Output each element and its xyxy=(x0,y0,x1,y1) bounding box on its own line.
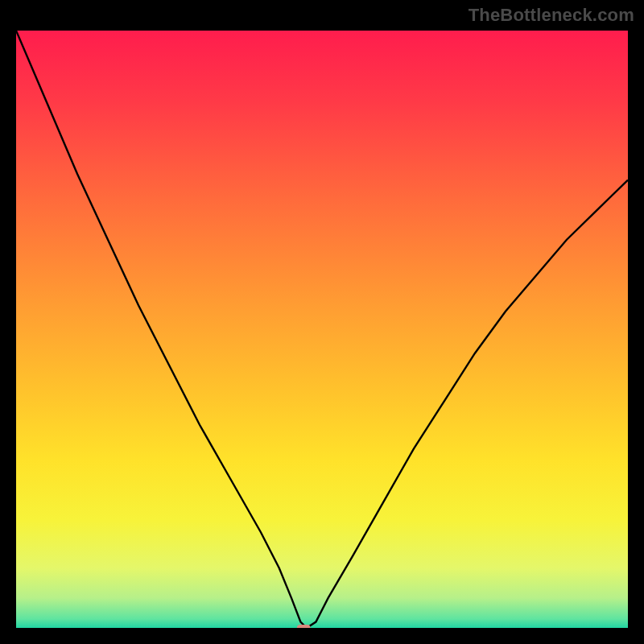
plot-area xyxy=(16,31,628,628)
watermark-text: TheBottleneck.com xyxy=(469,5,634,26)
chart-svg xyxy=(16,31,628,628)
gradient-background xyxy=(16,31,628,628)
chart-frame: TheBottleneck.com xyxy=(0,0,644,644)
minimum-marker xyxy=(297,625,311,628)
